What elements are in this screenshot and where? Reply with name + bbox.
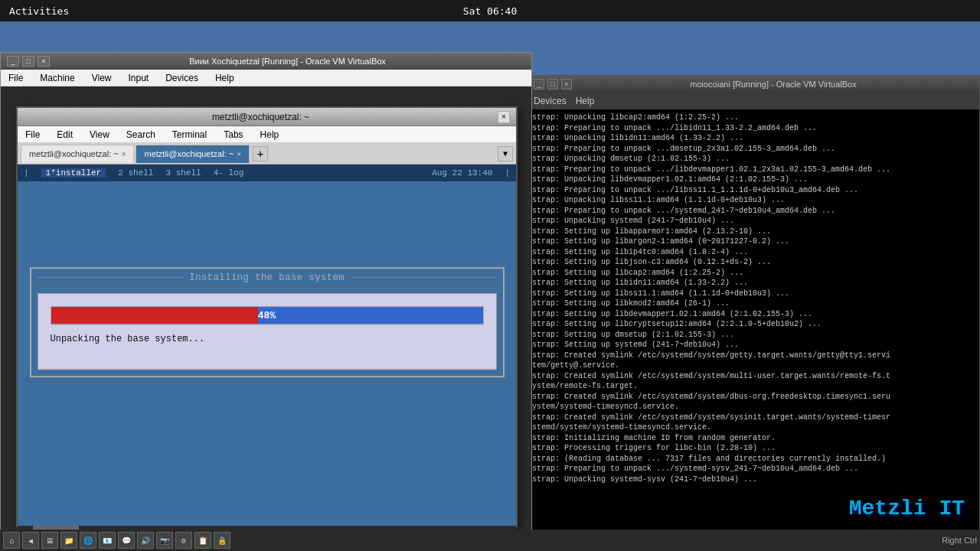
vbox-main-menu-input[interactable]: Input [126, 73, 152, 83]
right-ctrl-label: Right Ctrl [942, 536, 977, 545]
vbox-main-win-controls[interactable]: _ □ × [7, 56, 50, 67]
vbox-bg-window: _ □ × moiocoiani [Running] - Oracle VM V… [528, 75, 980, 551]
system-clock: Sat 06:40 [463, 5, 517, 17]
vbox-main-menu-machine[interactable]: Machine [37, 73, 77, 83]
log-line: strap: Setting up libcap2:amd64 (1:2.25-… [532, 268, 976, 279]
installer-dialog-content: 48% Unpacking the base system... [38, 293, 497, 370]
activities-button[interactable]: Activities [0, 0, 78, 21]
log-line: ystem/remote-fs.target. [532, 381, 976, 392]
terminal-tabbar[interactable]: metztli@xochiquetzal: ~ × metztli@xochiq… [18, 143, 516, 165]
terminal-active-tab-info: 1*installer [41, 168, 106, 178]
vbox-main-menu-file[interactable]: File [5, 73, 26, 83]
vbox-main-menu-view[interactable]: View [89, 73, 115, 83]
log-line: strap: Created symlink /etc/systemd/syst… [532, 392, 976, 403]
log-line: strap: Unpacking systemd (241-7~deb10u4)… [532, 216, 976, 227]
vbox-bg-title: moiocoiani [Running] - Oracle VM Virtual… [572, 80, 975, 89]
terminal-tab-1[interactable]: metztli@xochiquetzal: ~ × [21, 145, 134, 163]
log-line: strap: Preparing to unpack .../libdevmap… [532, 165, 976, 175]
taskbar-btn-5[interactable]: 🌐 [80, 532, 96, 549]
installer-dialog-title: Installing the base system [31, 269, 503, 287]
terminal-add-tab-btn[interactable]: + [253, 146, 268, 161]
log-line: strap: (Reading database ... 7317 files … [532, 454, 976, 465]
watermark: Metzli IT [849, 497, 965, 520]
vbox-main-title: Виии Xochiquetzal [Running] - Oracle VM … [50, 57, 525, 66]
log-line: strap: Setting up libargon2-1:amd64 (0~2… [532, 236, 976, 247]
taskbar-btn-12[interactable]: 🔒 [214, 532, 230, 549]
taskbar-btn-1[interactable]: ⌂ [3, 532, 20, 549]
log-line: strap: Preparing to unpack .../systemd-s… [532, 464, 976, 474]
terminal-menu-search[interactable]: Search [123, 128, 158, 142]
taskbar-btn-11[interactable]: 📋 [194, 532, 211, 549]
terminal-menubar[interactable]: File Edit View Search Terminal Tabs Help [18, 126, 516, 143]
terminal-menu-terminal[interactable]: Terminal [169, 128, 210, 142]
vbox-main-minimize-btn[interactable]: _ [7, 56, 19, 67]
gnome-topbar: Activities Sat 06:40 [0, 0, 980, 21]
log-line: strap: Setting up systemd (241-7~deb10u4… [532, 340, 976, 350]
vbox-bg-menu-devices[interactable]: Devices [534, 96, 567, 106]
terminal-tab-1-close[interactable]: × [122, 150, 126, 158]
log-line: strap: Preparing to unpack .../libss11.1… [532, 185, 976, 196]
log-line: strap: Unpacking dmsetup (2:1.02.155-3) … [532, 154, 976, 165]
log-line: strap: Preparing to unpack .../systemd_2… [532, 206, 976, 217]
terminal-content[interactable]: Installing the base system 48% Unpacking… [18, 181, 516, 526]
terminal-timestamp: Aug 22 13:40 [432, 168, 492, 178]
taskbar-btn-2[interactable]: ◀ [22, 532, 39, 549]
taskbar-btn-4[interactable]: 📁 [60, 532, 77, 549]
log-line: strap: Setting up libapparmor1:amd64 (2.… [532, 227, 976, 237]
log-line: strap: Unpacking libcap2:amd64 (1:2.25-2… [532, 112, 976, 123]
taskbar-btn-3[interactable]: 🖥 [41, 532, 58, 549]
log-line: tem/getty@.service. [532, 360, 976, 371]
log-line: strap: Setting up libidn11:amd64 (1.33-2… [532, 278, 976, 289]
vbox-main-close-btn[interactable]: × [38, 56, 50, 67]
terminal-menu-file[interactable]: File [22, 128, 43, 142]
terminal-tab-2[interactable]: metztli@xochiquetzal: ~ × [136, 145, 249, 163]
log-line: strap: Created symlink /etc/systemd/syst… [532, 371, 976, 382]
vbox-main-titlebar: _ □ × Виии Xochiquetzal [Running] - Orac… [1, 53, 531, 70]
vbox-main-menubar[interactable]: File Machine View Input Devices Help [1, 70, 531, 86]
log-line: strap: Preparing to unpack .../libidn11_… [532, 123, 976, 134]
installer-dialog-title-text: Installing the base system [189, 272, 345, 283]
terminal-title: metztli@xochiquetzal: ~ [24, 112, 498, 122]
terminal-tab-2-close[interactable]: × [237, 150, 241, 158]
terminal-menu-edit[interactable]: Edit [54, 128, 76, 142]
taskbar-btn-9[interactable]: 📷 [156, 532, 173, 549]
log-line: strap: Processing triggers for libc-bin … [532, 443, 976, 454]
terminal-tab-arrow-btn[interactable]: ▼ [498, 146, 513, 161]
vbox-bg-minimize-btn[interactable]: _ [534, 79, 544, 90]
log-line: ystem/systemd-timesyncd.service. [532, 402, 976, 412]
log-line: strap: Initializing machine ID from rand… [532, 433, 976, 444]
vbox-main-menu-help[interactable]: Help [212, 73, 237, 83]
vbox-bg-maximize-btn[interactable]: □ [547, 79, 558, 90]
taskbar-btn-6[interactable]: 📧 [99, 532, 116, 549]
taskbar-btn-10[interactable]: ⚙ [175, 532, 192, 549]
terminal-tab-2-info: 2 shell [118, 168, 153, 178]
log-line: strap: Setting up dmsetup (2:1.02.155-3)… [532, 330, 976, 341]
taskbar-btn-8[interactable]: 🔊 [137, 532, 154, 549]
log-line: strap: Setting up libcryptsetup12:amd64 … [532, 319, 976, 330]
terminal-menu-view[interactable]: View [87, 128, 113, 142]
log-line: strap: Unpacking libss11.1:amd64 (1.1.1d… [532, 195, 976, 206]
terminal-tab-2-label: metztli@xochiquetzal: ~ [144, 149, 234, 158]
terminal-window: metztli@xochiquetzal: ~ × File Edit View… [16, 106, 518, 527]
taskbar-btn-7[interactable]: 💬 [118, 532, 135, 549]
terminal-menu-tabs[interactable]: Tabs [220, 128, 246, 142]
vbox-bg-menu-help[interactable]: Help [576, 96, 595, 106]
terminal-tab-4-info: 4- log [214, 168, 244, 178]
terminal-tabinfo: | 1*installer 2 shell 3 shell 4- log Aug… [18, 165, 516, 181]
vbox-bg-titlebar: _ □ × moiocoiani [Running] - Oracle VM V… [529, 76, 979, 93]
vbox-bg-close-btn[interactable]: × [561, 79, 572, 90]
log-line: strap: Preparing to unpack ...dmsetup_2x… [532, 144, 976, 155]
progress-bar-label: 48% [51, 307, 483, 324]
vbox-main-maximize-btn[interactable]: □ [22, 56, 34, 67]
log-line: strap: Setting up libdevmapper1.02.1:amd… [532, 309, 976, 320]
vbox-bg-menubar: Devices Help [529, 93, 979, 109]
log-line: strap: Unpacking libidn11:amd64 (1.33-2.… [532, 133, 976, 144]
installer-status: Unpacking the base system... [51, 334, 484, 344]
vbox-main-menu-devices[interactable]: Devices [162, 73, 201, 83]
vbox-bg-win-controls[interactable]: _ □ × [534, 79, 572, 90]
installer-dialog: Installing the base system 48% Unpacking… [30, 267, 505, 377]
desktop: _ □ × moiocoiani [Running] - Oracle VM V… [0, 21, 980, 551]
terminal-close-btn[interactable]: × [498, 111, 510, 123]
terminal-menu-help[interactable]: Help [257, 128, 283, 142]
log-line: stemd/system/systemd-timesyncd.service. [532, 422, 976, 433]
